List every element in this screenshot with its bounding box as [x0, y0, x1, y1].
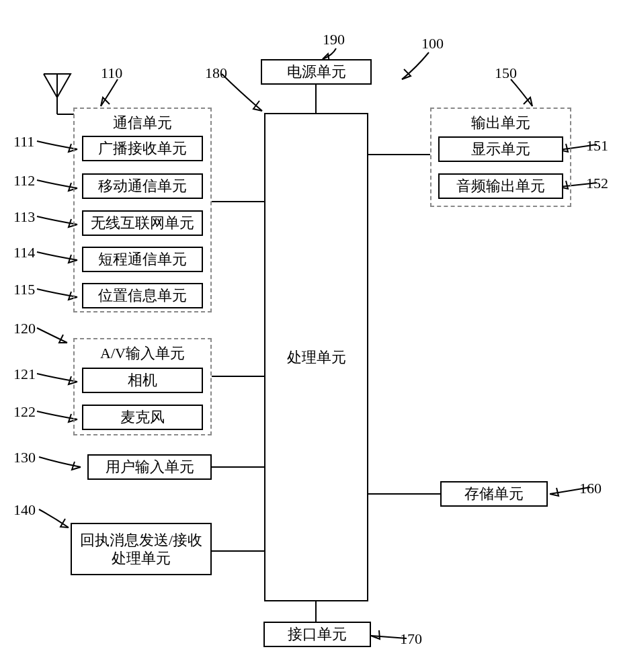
- receipt-processing-block: 回执消息发送/接收处理单元: [71, 523, 212, 575]
- short-range-comm-block: 短程通信单元: [82, 247, 203, 272]
- ref-115: 115: [13, 281, 35, 298]
- audio-output-label: 音频输出单元: [456, 177, 545, 196]
- audio-output-block: 音频输出单元: [438, 173, 563, 199]
- microphone-block: 麦克风: [82, 405, 203, 430]
- ref-112: 112: [13, 172, 35, 190]
- display-unit-block: 显示单元: [438, 136, 563, 162]
- mobile-comm-label: 移动通信单元: [98, 177, 187, 196]
- broadcast-receive-block: 广播接收单元: [82, 136, 203, 161]
- ref-113: 113: [13, 208, 35, 226]
- wireless-internet-block: 无线互联网单元: [82, 210, 203, 236]
- ref-111: 111: [13, 133, 34, 151]
- interface-unit-label: 接口单元: [288, 625, 347, 644]
- broadcast-receive-label: 广播接收单元: [98, 139, 187, 158]
- ref-151: 151: [586, 137, 608, 155]
- ref-150: 150: [495, 65, 517, 82]
- wireless-internet-label: 无线互联网单元: [91, 214, 194, 233]
- location-info-block: 位置信息单元: [82, 283, 203, 308]
- ref-121: 121: [13, 366, 36, 383]
- interface-unit-block: 接口单元: [263, 622, 371, 647]
- user-input-block: 用户输入单元: [87, 454, 212, 480]
- location-info-label: 位置信息单元: [98, 286, 187, 305]
- display-unit-label: 显示单元: [471, 140, 530, 159]
- processing-unit-block: 处理单元: [264, 113, 368, 601]
- storage-unit-label: 存储单元: [464, 485, 524, 503]
- power-unit-block: 电源单元: [261, 59, 372, 85]
- power-unit-label: 电源单元: [287, 62, 346, 81]
- ref-140: 140: [13, 501, 36, 519]
- receipt-processing-label: 回执消息发送/接收处理单元: [76, 531, 206, 568]
- ref-170: 170: [400, 630, 422, 648]
- camera-block: 相机: [82, 368, 203, 393]
- ref-180: 180: [205, 65, 227, 82]
- ref-114: 114: [13, 244, 35, 261]
- communication-unit-title: 通信单元: [75, 113, 210, 133]
- microphone-label: 麦克风: [120, 408, 165, 427]
- mobile-comm-block: 移动通信单元: [82, 173, 203, 199]
- ref-100: 100: [421, 35, 444, 52]
- short-range-comm-label: 短程通信单元: [98, 250, 187, 269]
- ref-160: 160: [579, 480, 602, 497]
- ref-190: 190: [323, 31, 345, 48]
- ref-152: 152: [586, 175, 608, 192]
- storage-unit-block: 存储单元: [440, 481, 548, 507]
- output-unit-title: 输出单元: [431, 113, 570, 133]
- user-input-label: 用户输入单元: [106, 458, 194, 476]
- camera-label: 相机: [128, 371, 157, 390]
- ref-130: 130: [13, 449, 36, 466]
- processing-unit-label: 处理单元: [287, 348, 346, 367]
- ref-122: 122: [13, 403, 36, 421]
- ref-110: 110: [101, 65, 122, 82]
- ref-120: 120: [13, 320, 36, 337]
- av-input-title: A/V输入单元: [75, 343, 210, 364]
